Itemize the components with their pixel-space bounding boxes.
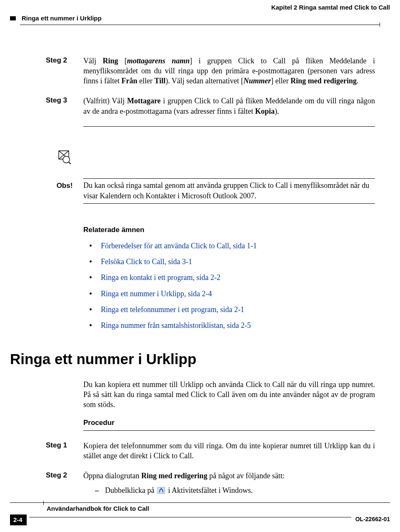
step-body: Välj Ring [mottagarens namn] i gruppen C… bbox=[83, 56, 375, 89]
note-label: Obs! bbox=[57, 182, 73, 190]
dash-icon: – bbox=[95, 485, 105, 495]
page-footer: Användarhandbok för Click to Call 2-4 OL… bbox=[0, 502, 400, 526]
chapter-label: Kapitel 2 Ringa samtal med Click to Call bbox=[10, 3, 390, 12]
procedure-step: Steg 1Kopiera det telefonnummer som du v… bbox=[46, 441, 375, 464]
related-list: Förberedelser för att använda Click to C… bbox=[89, 241, 375, 331]
step-end-rule bbox=[83, 126, 375, 127]
footer-rule bbox=[10, 502, 390, 503]
step-body: (Valfritt) Välj Mottagare i gruppen Clic… bbox=[83, 96, 375, 119]
section-breadcrumb: Ringa ett nummer i Urklipp bbox=[22, 14, 390, 22]
step-block: Steg 3(Valfritt) Välj Mottagare i gruppe… bbox=[46, 96, 375, 119]
svg-rect-3 bbox=[161, 488, 162, 489]
footer-tick-icon bbox=[43, 501, 44, 505]
procedure-rule bbox=[83, 430, 375, 431]
note-rule-top bbox=[83, 178, 375, 179]
tray-icon bbox=[158, 486, 165, 493]
related-link[interactable]: Ringa nummer från samtalshistoriklistan,… bbox=[89, 320, 375, 330]
note-block bbox=[46, 150, 375, 167]
svg-line-1 bbox=[69, 162, 71, 164]
step-body: Öppna dialogrutan Ring med redigering på… bbox=[83, 471, 375, 498]
step-block: Steg 2Välj Ring [mottagarens namn] i gru… bbox=[46, 56, 375, 89]
page-number-badge: 2-4 bbox=[10, 515, 27, 525]
step-body: Kopiera det telefonnummer som du vill ri… bbox=[83, 441, 375, 464]
page-title: Ringa ett nummer i Urklipp bbox=[10, 349, 375, 369]
header-tick-icon bbox=[380, 22, 380, 27]
related-link[interactable]: Ringa en kontakt i ett program, sida 2-2 bbox=[89, 272, 375, 282]
svg-point-0 bbox=[63, 156, 70, 163]
doc-id: OL-22662-01 bbox=[355, 515, 390, 523]
section-marker-icon bbox=[10, 16, 19, 20]
page-header: Kapitel 2 Ringa samtal med Click to Call… bbox=[0, 0, 400, 27]
procedure-step: Steg 2Öppna dialogrutan Ring med rediger… bbox=[46, 471, 375, 498]
step-label: Steg 3 bbox=[46, 96, 83, 119]
related-link[interactable]: Felsöka Click to Call, sida 3-1 bbox=[89, 257, 375, 267]
header-rule bbox=[20, 25, 380, 25]
related-heading: Relaterade ämnen bbox=[83, 225, 375, 235]
step-label: Steg 2 bbox=[46, 471, 83, 498]
footer-title: Användarhandbok för Click to Call bbox=[47, 505, 390, 513]
intro-paragraph: Du kan kopiera ett nummer till Urklipp o… bbox=[83, 380, 375, 410]
note-icon bbox=[46, 150, 83, 167]
related-link[interactable]: Ringa ett telefonnummer i ett program, s… bbox=[89, 305, 375, 315]
note-text: Du kan också ringa samtal genom att anvä… bbox=[83, 180, 375, 201]
footer-rule-2 bbox=[29, 517, 351, 517]
related-link[interactable]: Ringa ett nummer i Urklipp, sida 2-4 bbox=[89, 289, 375, 299]
step-label: Steg 2 bbox=[46, 56, 83, 89]
note-rule-bottom bbox=[83, 203, 375, 204]
sub-list-item: –Dubbelklicka på i Aktivitetsfältet i Wi… bbox=[95, 485, 375, 495]
step-label: Steg 1 bbox=[46, 441, 83, 464]
related-link[interactable]: Förberedelser för att använda Click to C… bbox=[89, 241, 375, 251]
procedure-heading: Procedur bbox=[83, 418, 375, 428]
